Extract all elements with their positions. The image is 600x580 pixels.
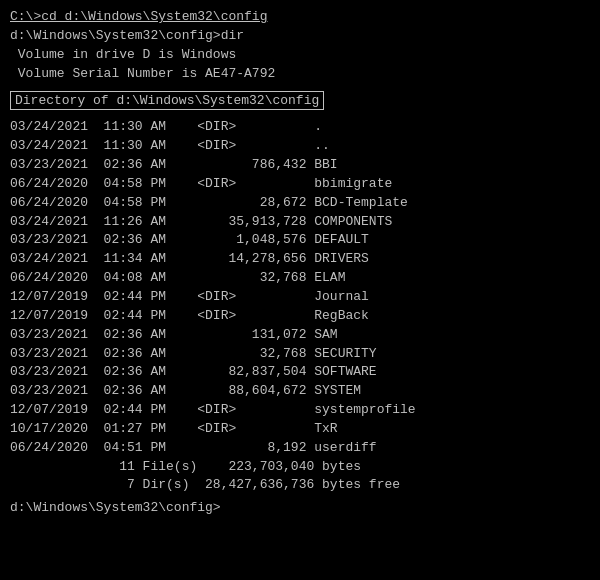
vol1: Volume in drive D is Windows (10, 46, 590, 65)
sum1: 11 File(s) 223,703,040 bytes (10, 458, 590, 477)
r1: 03/24/2021 11:30 AM <DIR> . (10, 118, 590, 137)
dir-header: Directory of d:\Windows\System32\config (10, 91, 324, 110)
cmd2: d:\Windows\System32\config>dir (10, 27, 590, 46)
sum2: 7 Dir(s) 28,427,636,736 bytes free (10, 476, 590, 495)
r10: 12/07/2019 02:44 PM <DIR> Journal (10, 288, 590, 307)
prompt: d:\Windows\System32\config> (10, 499, 590, 518)
r11: 12/07/2019 02:44 PM <DIR> RegBack (10, 307, 590, 326)
r18: 06/24/2020 04:51 PM 8,192 userdiff (10, 439, 590, 458)
r4: 06/24/2020 04:58 PM <DIR> bbimigrate (10, 175, 590, 194)
r16: 12/07/2019 02:44 PM <DIR> systemprofile (10, 401, 590, 420)
vol2: Volume Serial Number is AE47-A792 (10, 65, 590, 84)
r12: 03/23/2021 02:36 AM 131,072 SAM (10, 326, 590, 345)
r9: 06/24/2020 04:08 AM 32,768 ELAM (10, 269, 590, 288)
terminal-window: C:\>cd d:\Windows\System32\configd:\Wind… (10, 8, 590, 572)
r7: 03/23/2021 02:36 AM 1,048,576 DEFAULT (10, 231, 590, 250)
r2: 03/24/2021 11:30 AM <DIR> .. (10, 137, 590, 156)
r5: 06/24/2020 04:58 PM 28,672 BCD-Template (10, 194, 590, 213)
r14: 03/23/2021 02:36 AM 82,837,504 SOFTWARE (10, 363, 590, 382)
r13: 03/23/2021 02:36 AM 32,768 SECURITY (10, 345, 590, 364)
r15: 03/23/2021 02:36 AM 88,604,672 SYSTEM (10, 382, 590, 401)
r3: 03/23/2021 02:36 AM 786,432 BBI (10, 156, 590, 175)
r17: 10/17/2020 01:27 PM <DIR> TxR (10, 420, 590, 439)
r6: 03/24/2021 11:26 AM 35,913,728 COMPONENT… (10, 213, 590, 232)
cmd1: C:\>cd d:\Windows\System32\config (10, 8, 590, 27)
r8: 03/24/2021 11:34 AM 14,278,656 DRIVERS (10, 250, 590, 269)
